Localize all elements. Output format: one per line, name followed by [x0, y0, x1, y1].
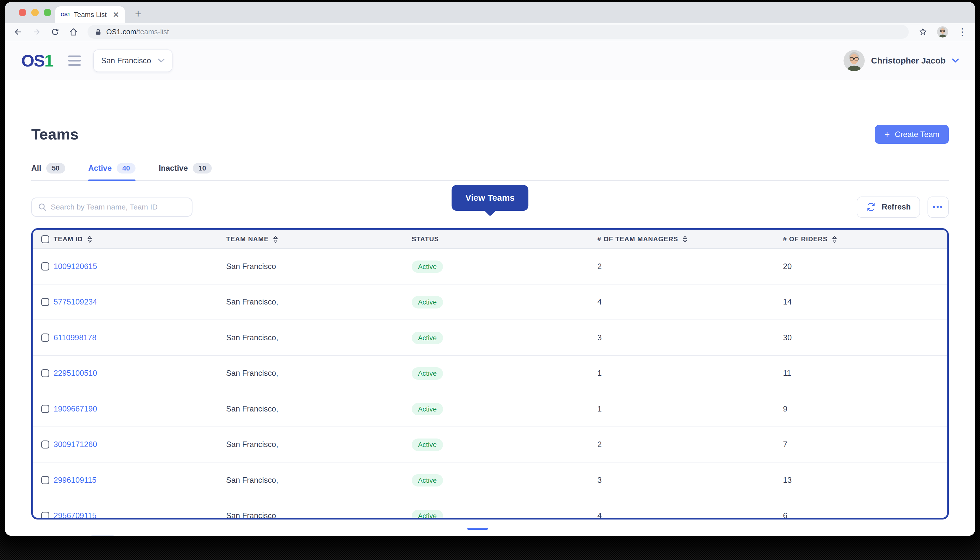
refresh-icon	[866, 202, 876, 212]
new-tab-icon[interactable]: +	[135, 8, 141, 20]
filter-tabs: All50Active40Inactive10	[31, 163, 949, 181]
filter-tab-label: Inactive	[159, 164, 188, 173]
tab-close-icon[interactable]: ✕	[112, 11, 119, 19]
sort-arrows-icon[interactable]	[832, 235, 837, 243]
browser-tab[interactable]: OS1 Teams List ✕	[55, 6, 125, 23]
browser-toolbar: OS1.com/teams-list ⋮	[5, 23, 975, 42]
status-badge: Active	[412, 332, 443, 344]
search-input[interactable]	[51, 203, 185, 211]
refresh-button[interactable]: Refresh	[857, 197, 920, 218]
team-name-cell: San Francisco,	[226, 476, 412, 485]
city-selector-value: San Francisco	[101, 56, 151, 65]
table-header-row: TEAM ID TEAM NAME STATUS # OF TEAM MANAG…	[33, 230, 947, 249]
zoom-window-icon[interactable]	[44, 9, 51, 16]
filter-tab-count: 10	[193, 163, 212, 173]
team-name-cell: San Francisco,	[226, 405, 412, 413]
sort-arrows-icon[interactable]	[87, 235, 92, 243]
url-text: OS1.com/teams-list	[106, 28, 169, 36]
team-name-cell: San Francisco	[226, 511, 412, 520]
riders-cell: 11	[783, 369, 947, 378]
filter-tab-active[interactable]: Active40	[88, 163, 135, 180]
column-team-id[interactable]: TEAM ID	[54, 235, 226, 243]
table-row: 5775109234San Francisco,Active414	[33, 285, 947, 320]
table-row: 2996109115San Francisco,Active313	[33, 462, 947, 498]
row-checkbox[interactable]	[41, 440, 50, 449]
window-controls	[19, 9, 51, 16]
search-icon	[38, 203, 47, 211]
team-name-cell: San Francisco,	[226, 440, 412, 449]
forward-icon[interactable]	[32, 27, 42, 37]
row-checkbox[interactable]	[41, 369, 50, 378]
browser-menu-icon[interactable]: ⋮	[958, 27, 967, 37]
row-checkbox[interactable]	[41, 333, 50, 342]
team-id-link[interactable]: 3009171260	[54, 440, 226, 449]
user-name: Christopher Jacob	[871, 56, 945, 65]
riders-cell: 20	[783, 262, 947, 271]
address-bar[interactable]: OS1.com/teams-list	[88, 25, 909, 39]
column-riders[interactable]: # OF RIDERS	[783, 235, 947, 243]
hamburger-menu-icon[interactable]	[68, 55, 81, 66]
team-id-link[interactable]: 2956709115	[54, 511, 226, 520]
browser-window: OS1 Teams List ✕ + OS1.com/teams-list	[5, 2, 975, 536]
items-per-page-select[interactable]: 10	[88, 535, 117, 536]
status-badge: Active	[412, 260, 443, 273]
table-row: 2956709115San FranciscoActive46	[33, 498, 947, 520]
select-all-checkbox[interactable]	[41, 235, 50, 243]
team-id-link[interactable]: 2295100510	[54, 369, 226, 378]
table-footer: Items per page 10 Showing 11-20 of 40 12…	[31, 528, 949, 536]
app-header: OS1 San Francisco Christopher Jacob	[5, 41, 975, 80]
team-id-link[interactable]: 2996109115	[54, 476, 226, 485]
filter-tab-inactive[interactable]: Inactive10	[159, 163, 212, 180]
riders-cell: 14	[783, 298, 947, 307]
table-body: 1009120615San FranciscoActive22057751092…	[33, 249, 947, 520]
bookmark-star-icon[interactable]	[918, 27, 928, 37]
table-row: 6110998178San Francisco,Active330	[33, 320, 947, 356]
team-id-link[interactable]: 6110998178	[54, 333, 226, 342]
status-badge: Active	[412, 474, 443, 487]
create-team-button[interactable]: + Create Team	[875, 125, 949, 144]
row-checkbox[interactable]	[41, 512, 50, 520]
home-icon[interactable]	[69, 27, 78, 37]
filter-tab-all[interactable]: All50	[31, 163, 65, 180]
teams-table[interactable]: TEAM ID TEAM NAME STATUS # OF TEAM MANAG…	[31, 228, 949, 520]
os1-logo: OS1	[21, 51, 53, 70]
search-box[interactable]	[31, 198, 192, 217]
column-team-name[interactable]: TEAM NAME	[226, 235, 412, 243]
table-row: 3009171260San Francisco,Active27	[33, 427, 947, 463]
row-checkbox[interactable]	[41, 405, 50, 413]
riders-cell: 7	[783, 440, 947, 449]
managers-cell: 2	[598, 440, 783, 449]
managers-cell: 3	[598, 333, 783, 342]
table-row: 1909667190San Francisco,Active19	[33, 391, 947, 427]
city-selector[interactable]: San Francisco	[93, 50, 173, 72]
team-id-link[interactable]: 5775109234	[54, 298, 226, 307]
column-managers[interactable]: # OF TEAM MANAGERS	[598, 235, 783, 243]
filter-tab-label: Active	[88, 164, 112, 173]
row-checkbox[interactable]	[41, 476, 50, 484]
desktop-backdrop: OS1 Teams List ✕ + OS1.com/teams-list	[0, 0, 980, 560]
team-id-link[interactable]: 1909667190	[54, 405, 226, 413]
team-id-link[interactable]: 1009120615	[54, 262, 226, 271]
sort-arrows-icon[interactable]	[682, 235, 688, 243]
more-options-button[interactable]: •••	[928, 197, 949, 218]
browser-profile-avatar[interactable]	[937, 26, 948, 38]
riders-cell: 6	[783, 511, 947, 520]
managers-cell: 1	[598, 405, 783, 413]
managers-cell: 4	[598, 298, 783, 307]
status-badge: Active	[412, 367, 443, 380]
team-name-cell: San Francisco,	[226, 369, 412, 378]
row-checkbox[interactable]	[41, 298, 50, 306]
managers-cell: 1	[598, 369, 783, 378]
managers-cell: 4	[598, 511, 783, 520]
main-content: Teams + Create Team All50Active40Inactiv…	[5, 80, 975, 536]
close-window-icon[interactable]	[19, 9, 26, 16]
column-status: STATUS	[412, 235, 598, 243]
page-title: Teams	[31, 80, 949, 142]
sort-arrows-icon[interactable]	[273, 235, 278, 243]
status-badge: Active	[412, 296, 443, 308]
user-menu[interactable]: Christopher Jacob	[843, 50, 959, 71]
back-icon[interactable]	[13, 27, 23, 37]
reload-icon[interactable]	[51, 28, 60, 36]
row-checkbox[interactable]	[41, 262, 50, 270]
minimize-window-icon[interactable]	[31, 9, 39, 16]
